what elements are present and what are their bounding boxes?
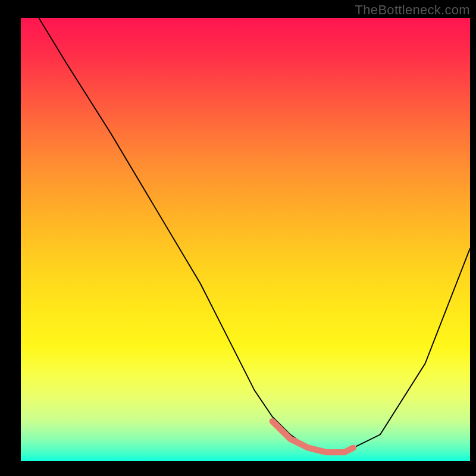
chart-svg xyxy=(21,18,470,461)
highlight-path xyxy=(273,421,353,452)
chart-area xyxy=(21,18,470,461)
watermark-text: TheBottleneck.com xyxy=(355,2,470,18)
curve-path xyxy=(39,18,470,452)
